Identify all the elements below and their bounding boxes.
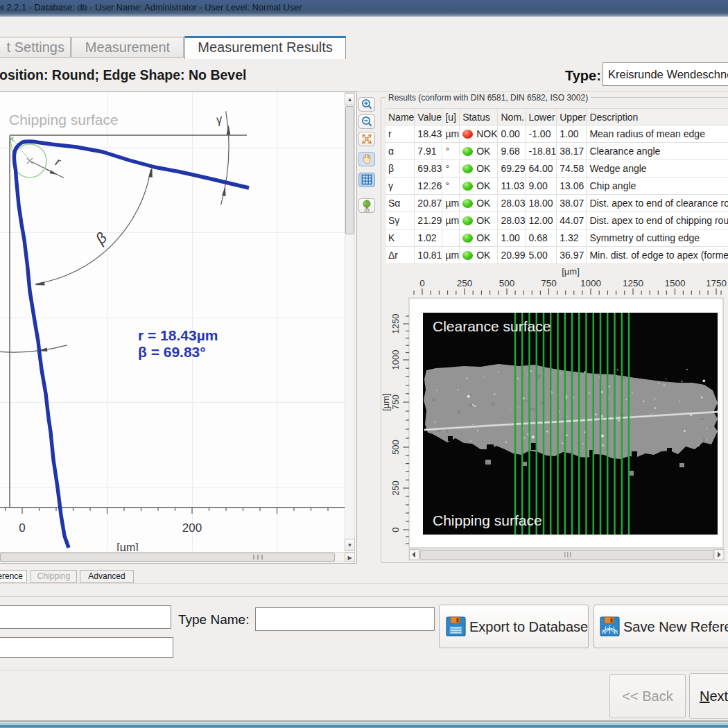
svg-text:500: 500 [390,440,401,455]
svg-text:[µm]: [µm] [562,266,580,277]
svg-text:Chipping surface: Chipping surface [433,512,542,528]
svg-text:250: 250 [457,278,473,288]
svg-text:1500: 1500 [664,278,685,288]
svg-text:1000: 1000 [580,278,601,288]
svg-text:750: 750 [541,278,557,288]
svg-text:1750: 1750 [706,278,727,288]
svg-text:1250: 1250 [390,314,401,334]
svg-text:[µm]: [µm] [116,541,138,551]
svg-text:[µm]: [µm] [381,393,391,411]
svg-text:200: 200 [182,521,202,535]
svg-text:0: 0 [390,527,401,532]
svg-text:250: 250 [390,480,401,496]
svg-text:Chipping surface: Chipping surface [9,112,119,128]
svg-text:0: 0 [419,278,425,288]
svg-text:Clearance surface: Clearance surface [433,318,551,334]
svg-text:1250: 1250 [623,278,643,288]
svg-text:750: 750 [390,395,401,410]
svg-text:500: 500 [499,278,515,288]
svg-text:0: 0 [19,521,25,535]
svg-text:123: 123 [364,209,370,212]
svg-text:r = 18.43µm: r = 18.43µm [138,327,218,343]
svg-text:β = 69.83°: β = 69.83° [138,344,206,360]
svg-text:1000: 1000 [390,350,401,370]
